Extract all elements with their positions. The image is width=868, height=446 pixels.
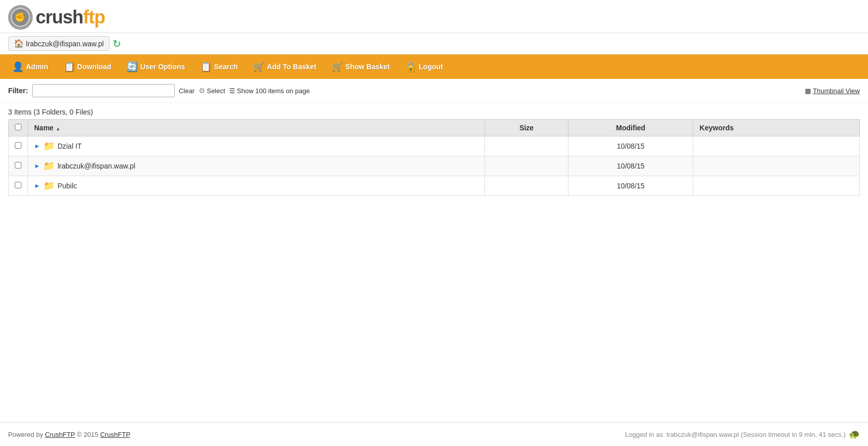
row-name-cell: ► 📁 Pubilc xyxy=(28,176,485,196)
show-items-label: Show 100 items on page xyxy=(237,87,310,95)
row-checkbox[interactable] xyxy=(15,162,21,169)
home-icon: 🏠 xyxy=(14,39,24,48)
add-to-basket-label: Add To Basket xyxy=(267,63,316,71)
row-checkbox[interactable] xyxy=(15,182,21,188)
show-basket-icon: 🛒 xyxy=(332,61,343,72)
table-row[interactable]: ► 📁 Dzial IT 10/08/15 xyxy=(9,136,860,156)
breadcrumb-bar: 🏠 lrabczuk@ifispan.waw.pl ↻ xyxy=(0,33,868,54)
logo-bar: ✊ crushftp xyxy=(0,0,868,33)
search-button[interactable]: 📋 Search xyxy=(193,57,245,76)
row-modified-cell: 10/08/15 xyxy=(568,136,693,156)
add-to-basket-button[interactable]: 🛒 Add To Basket xyxy=(246,57,323,76)
folder-name[interactable]: Dzial IT xyxy=(58,142,82,150)
expand-arrow[interactable]: ► xyxy=(34,182,40,189)
search-icon: 📋 xyxy=(200,61,211,72)
row-modified-cell: 10/08/15 xyxy=(568,156,693,176)
copyright-text: © 2015 xyxy=(77,431,100,438)
th-name[interactable]: Name xyxy=(28,120,485,136)
th-name-label: Name xyxy=(34,124,53,132)
crushftp-link-2[interactable]: CrushFTP xyxy=(100,431,130,438)
logo: ✊ crushftp xyxy=(8,5,860,30)
th-modified[interactable]: Modified xyxy=(568,120,693,136)
logo-ftp: ftp xyxy=(83,7,105,27)
thumbnail-view-label: Thumbnail View xyxy=(813,87,860,95)
th-keywords-label: Keywords xyxy=(699,124,734,132)
gear-icon: ⚙ xyxy=(199,87,205,95)
file-table-body: ► 📁 Dzial IT 10/08/15 ► 📁 lrabczuk@ifisp… xyxy=(9,136,860,196)
filter-label: Filter: xyxy=(8,87,28,95)
row-size-cell xyxy=(485,136,568,156)
logout-label: Logout xyxy=(419,63,443,71)
logged-in-text: Logged in as :lrabczuk@ifispan.waw.pl (S… xyxy=(625,431,846,438)
admin-button[interactable]: 👤 Admin xyxy=(5,57,56,76)
search-label: Search xyxy=(214,63,238,71)
row-checkbox-cell xyxy=(9,136,28,156)
user-options-icon: 🔄 xyxy=(126,61,138,72)
select-all-checkbox[interactable] xyxy=(15,124,21,130)
thumbnail-icon: ▦ xyxy=(805,87,811,95)
th-keywords[interactable]: Keywords xyxy=(693,120,860,136)
expand-arrow[interactable]: ► xyxy=(34,162,40,170)
download-label: Download xyxy=(77,63,112,71)
logo-text: crushftp xyxy=(36,7,105,28)
th-size[interactable]: Size xyxy=(485,120,568,136)
toolbar: 👤 Admin 📋 Download 🔄 User Options 📋 Sear… xyxy=(0,54,868,79)
table-row[interactable]: ► 📁 lrabczuk@ifispan.waw.pl 10/08/15 xyxy=(9,156,860,176)
folder-icon: 📁 xyxy=(43,180,55,191)
show-basket-label: Show Basket xyxy=(345,63,390,71)
th-size-label: Size xyxy=(520,124,534,132)
clear-button[interactable]: Clear xyxy=(179,87,195,95)
folder-icon: 📁 xyxy=(43,160,55,172)
table-header-row: Name Size Modified Keywords xyxy=(9,120,860,136)
admin-label: Admin xyxy=(26,63,48,71)
download-button[interactable]: 📋 Download xyxy=(57,57,119,76)
session-icon: 🐢 xyxy=(849,429,860,440)
folder-name[interactable]: Pubilc xyxy=(58,182,77,190)
row-keywords-cell xyxy=(693,156,860,176)
table-row[interactable]: ► 📁 Pubilc 10/08/15 xyxy=(9,176,860,196)
items-count-text: 3 Items (3 Folders, 0 Files) xyxy=(8,108,93,116)
row-name-cell: ► 📁 Dzial IT xyxy=(28,136,485,156)
add-to-basket-icon: 🛒 xyxy=(253,61,264,72)
logout-button[interactable]: 🔒 Logout xyxy=(398,57,450,76)
filter-bar: Filter: Clear ⚙ Select ☰ Show 100 items … xyxy=(0,79,868,103)
row-checkbox[interactable] xyxy=(15,142,21,149)
logo-crush: crush xyxy=(36,7,83,27)
logo-icon: ✊ xyxy=(8,5,33,30)
breadcrumb-home[interactable]: 🏠 lrabczuk@ifispan.waw.pl xyxy=(8,36,110,51)
powered-by-text: Powered by xyxy=(8,431,45,438)
expand-arrow[interactable]: ► xyxy=(34,143,40,150)
row-keywords-cell xyxy=(693,136,860,156)
th-modified-label: Modified xyxy=(616,124,645,132)
svg-text:✊: ✊ xyxy=(14,12,26,23)
filter-input[interactable] xyxy=(32,84,175,97)
download-icon: 📋 xyxy=(64,61,75,72)
show-items-button[interactable]: ☰ Show 100 items on page xyxy=(229,87,310,95)
row-checkbox-cell xyxy=(9,176,28,196)
refresh-icon[interactable]: ↻ xyxy=(113,38,121,50)
footer-right: Logged in as :lrabczuk@ifispan.waw.pl (S… xyxy=(625,429,860,440)
logout-icon: 🔒 xyxy=(405,61,416,72)
row-name-cell: ► 📁 lrabczuk@ifispan.waw.pl xyxy=(28,156,485,176)
row-keywords-cell xyxy=(693,176,860,196)
row-modified-cell: 10/08/15 xyxy=(568,176,693,196)
file-table: Name Size Modified Keywords xyxy=(8,119,860,196)
footer-left: Powered by CrushFTP © 2015 CrushFTP xyxy=(8,431,130,438)
footer: Powered by CrushFTP © 2015 CrushFTP Logg… xyxy=(0,422,868,446)
select-button[interactable]: ⚙ Select xyxy=(199,87,225,95)
breadcrumb-label: lrabczuk@ifispan.waw.pl xyxy=(26,40,104,48)
admin-icon: 👤 xyxy=(12,61,23,72)
th-checkbox xyxy=(9,120,28,136)
clear-label: Clear xyxy=(179,87,195,95)
show-basket-button[interactable]: 🛒 Show Basket xyxy=(324,57,397,76)
folder-icon: 📁 xyxy=(43,141,55,152)
items-count: 3 Items (3 Folders, 0 Files) xyxy=(0,103,868,119)
list-icon: ☰ xyxy=(229,87,235,95)
thumbnail-view-button[interactable]: ▦ Thumbnail View xyxy=(805,87,860,95)
folder-name[interactable]: lrabczuk@ifispan.waw.pl xyxy=(58,162,135,170)
row-checkbox-cell xyxy=(9,156,28,176)
file-table-container: Name Size Modified Keywords xyxy=(0,119,868,206)
row-size-cell xyxy=(485,156,568,176)
user-options-button[interactable]: 🔄 User Options xyxy=(119,57,192,76)
crushftp-link-1[interactable]: CrushFTP xyxy=(45,431,75,438)
